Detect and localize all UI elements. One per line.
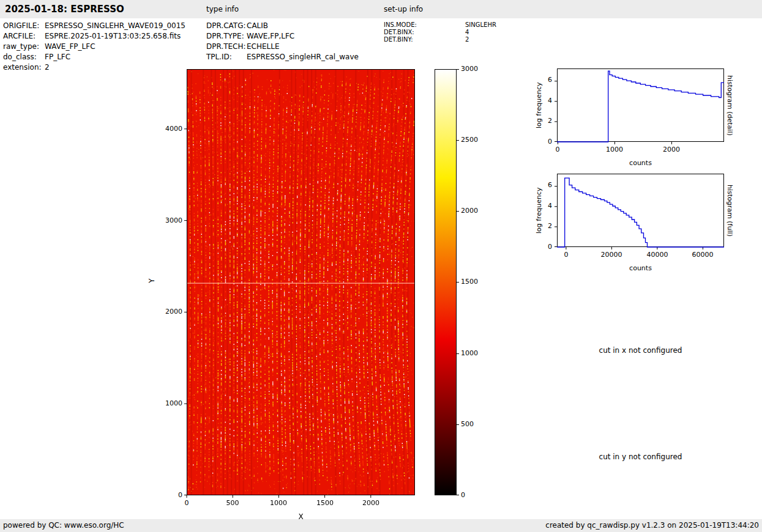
histogram-full-plot [555,174,724,249]
cut-x-annotation: cut in x not configured [557,346,724,355]
y-tick-label: 3000 [157,216,182,225]
type-info-row: TPL.ID:ESPRESSO_singleHR_cal_wave [206,53,359,62]
colorbar-gradient [435,69,457,495]
footer-bar: powered by QC: www.eso.org/HC created by… [0,519,762,532]
file-info-value: WAVE_FP_LFC [45,42,95,51]
type-info-label: DPR.CATG: [206,21,247,31]
hist-detail-x-tick-label: 2000 [656,146,687,154]
hist-full-x-tick-label: 60000 [687,251,718,259]
setup-info-row: DET.BINY:2 [384,36,469,43]
colorbar-tick-label: 1500 [461,278,485,286]
type-info-value: CALIB [247,21,268,30]
x-tick-label: 1000 [263,499,294,508]
type-info-value: ECHELLE [247,42,280,51]
file-info-row: raw_type:WAVE_FP_LFC [3,42,95,51]
file-info-label: raw_type: [3,42,45,51]
hist-full-y-axis-label: log frequency [535,174,543,247]
setup-info-value: SINGLEHR [465,21,496,28]
setup-info-value: 2 [465,36,469,43]
x-tick-label: 0 [171,499,202,508]
hist-full-right-label: histogram (full) [726,174,734,247]
colorbar-tick [457,69,459,70]
histogram-detail-plot [555,68,724,144]
y-axis-label: Y [148,278,156,283]
hist-detail-x-axis-label: counts [557,159,724,167]
colorbar-tick [457,353,459,354]
file-info-row: ORIGFILE:ESPRESSO_SINGLEHR_WAVE019_0015 [3,21,185,31]
colorbar-tick [457,282,459,283]
setup-info-heading: set-up info [384,5,423,13]
type-info-row: DPR.TECH:ECHELLE [206,42,280,51]
hist-detail-y-axis-label: log frequency [535,68,543,142]
colorbar-tick [457,140,459,141]
header-bar: 2025-01-18: ESPRESSO type info set-up in… [0,0,762,18]
file-info-row: ARCFILE:ESPRE.2025-01-19T13:03:25.658.fi… [3,32,181,41]
file-info-label: ARCFILE: [3,32,45,41]
type-info-row: DPR.TYPE:WAVE,FP,LFC [206,32,294,41]
file-info-value: ESPRE.2025-01-19T13:03:25.658.fits [45,32,181,40]
file-info-label: extension: [3,63,45,72]
type-info-row: DPR.CATG:CALIB [206,21,268,31]
hist-full-x-tick-label: 0 [551,251,581,259]
hist-detail-x-tick-label: 0 [542,146,573,154]
colorbar-tick-label: 2500 [461,136,485,144]
cut-y-annotation: cut in y not configured [557,453,724,461]
x-tick-label: 500 [217,499,248,508]
type-info-value: WAVE,FP,LFC [247,32,294,40]
file-info-value: 2 [45,63,50,72]
x-tick-label: 2000 [356,499,386,508]
type-info-heading: type info [206,5,239,13]
colorbar-tick [457,424,459,425]
colorbar-tick [457,495,459,495]
y-tick-label: 4000 [157,125,182,133]
colorbar-tick-label: 0 [461,491,485,500]
setup-info-row: INS.MODE:SINGLEHR [384,21,496,29]
file-info-row: do_class:FP_LFC [3,53,70,62]
file-info-row: extension:2 [3,63,50,72]
setup-info-label: DET.BINY: [384,36,465,43]
setup-info-row: DET.BINX:4 [384,29,469,36]
colorbar-tick [457,211,459,212]
file-info-value: FP_LFC [45,53,70,61]
hist-full-x-axis-label: counts [557,264,724,272]
colorbar-tick-label: 500 [461,420,485,429]
x-tick-label: 1500 [310,499,340,508]
type-info-label: TPL.ID: [206,53,247,62]
footer-left: powered by QC: www.eso.org/HC [3,519,124,532]
type-info-value: ESPRESSO_singleHR_cal_wave [247,53,359,61]
y-tick-label: 2000 [157,308,182,316]
hist-full-x-tick-label: 20000 [596,251,627,259]
y-tick-label: 0 [157,491,182,500]
hist-detail-right-label: histogram (detail) [726,68,734,142]
file-info-label: do_class: [3,53,45,62]
file-info-label: ORIGFILE: [3,21,45,31]
setup-info-label: DET.BINX: [384,29,465,36]
type-info-label: DPR.TYPE: [206,32,247,41]
y-tick-label: 1000 [157,399,182,408]
setup-info-label: INS.MODE: [384,21,465,29]
report-title: 2025-01-18: ESPRESSO [5,4,124,15]
footer-right: created by qc_rawdisp.py v1.2.3 on 2025-… [545,519,759,532]
colorbar-tick-label: 1000 [461,349,485,358]
type-info-label: DPR.TECH: [206,42,247,51]
colorbar-tick-label: 3000 [461,65,485,73]
setup-info-value: 4 [465,29,469,35]
colorbar-tick-label: 2000 [461,207,485,215]
hist-detail-x-tick-label: 1000 [599,146,630,154]
raw-image-axes [184,69,415,498]
file-info-value: ESPRESSO_SINGLEHR_WAVE019_0015 [45,21,185,30]
hist-full-x-tick-label: 40000 [642,251,673,259]
qc-report-page: 2025-01-18: ESPRESSO type info set-up in… [0,0,762,532]
